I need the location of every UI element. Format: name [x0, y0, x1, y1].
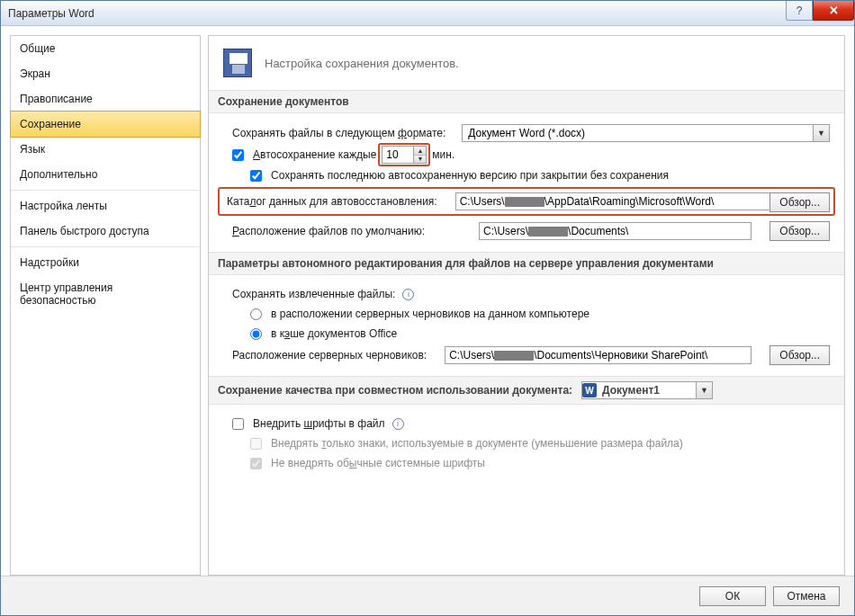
word-doc-icon: W — [582, 383, 597, 397]
section-offline: Параметры автономного редактирования для… — [209, 252, 844, 275]
autosave-interval-input[interactable] — [382, 147, 413, 163]
sharing-title: Сохранение качества при совместном испол… — [218, 384, 572, 397]
sidebar-item-qat[interactable]: Панель быстрого доступа — [11, 219, 200, 244]
no-common-fonts-checkbox — [250, 458, 262, 469]
sidebar-item-ribbon[interactable]: Настройка ленты — [11, 193, 200, 219]
window-title: Параметры Word — [8, 7, 94, 20]
browse-recover-button[interactable]: Обзор... — [770, 192, 830, 212]
options-dialog: Параметры Word ? ✕ Общие Экран Правописа… — [0, 0, 855, 616]
category-sidebar: Общие Экран Правописание Сохранение Язык… — [10, 35, 201, 576]
chevron-down-icon[interactable]: ▼ — [696, 382, 712, 398]
sidebar-item-proofing[interactable]: Правописание — [11, 86, 200, 112]
default-loc-label: Расположение файлов по умолчанию: — [232, 225, 425, 237]
cancel-button[interactable]: Отмена — [773, 586, 840, 606]
drafts-label: Расположение серверных черновиков: — [232, 349, 427, 362]
autosave-unit: мин. — [432, 148, 454, 161]
keeplast-checkbox[interactable] — [250, 170, 262, 182]
format-combo[interactable]: Документ Word (*.docx) ▼ — [462, 124, 830, 142]
opt-cache-label: в кэше документов Office — [271, 327, 397, 340]
sidebar-separator — [11, 190, 200, 191]
embed-only-used-label: Внедрять только знаки, используемые в до… — [271, 437, 683, 450]
sidebar-separator — [11, 246, 200, 247]
info-icon[interactable]: i — [392, 418, 404, 430]
ok-button[interactable]: ОК — [699, 586, 766, 606]
titlebar-buttons: ? ✕ — [786, 1, 854, 21]
autosave-checkbox[interactable] — [232, 149, 244, 161]
format-label: Сохранять файлы в следующем формате: — [232, 127, 446, 139]
sharing-doc-value: Документ1 — [597, 384, 696, 397]
sharing-doc-combo[interactable]: W Документ1 ▼ — [581, 381, 713, 399]
spin-up-icon[interactable]: ▲ — [414, 147, 426, 156]
sidebar-item-language[interactable]: Язык — [11, 137, 200, 162]
format-value: Документ Word (*.docx) — [463, 127, 813, 139]
titlebar: Параметры Word ? ✕ — [1, 1, 854, 26]
opt-server-label: в расположении серверных черновиков на д… — [271, 308, 590, 320]
browse-default-button[interactable]: Обзор... — [770, 221, 830, 241]
sidebar-item-addins[interactable]: Надстройки — [11, 250, 200, 275]
default-path-input[interactable]: C:\Users\\Documents\ — [479, 222, 752, 240]
drafts-path-input[interactable]: C:\Users\\Documents\Черновики SharePoint… — [445, 346, 752, 364]
close-button[interactable]: ✕ — [813, 1, 854, 21]
highlight-recover-row: Каталог данных для автовосстановления: C… — [218, 187, 835, 216]
dialog-footer: ОК Отмена — [1, 576, 854, 615]
opt-server-radio[interactable] — [250, 308, 262, 320]
save-icon — [223, 49, 252, 77]
section-sharing: Сохранение качества при совместном испол… — [209, 376, 844, 405]
chevron-down-icon[interactable]: ▼ — [813, 125, 829, 141]
autosave-label: Автосохранение каждые — [253, 148, 376, 161]
browse-drafts-button[interactable]: Обзор... — [770, 345, 830, 365]
help-button[interactable]: ? — [786, 1, 813, 21]
content-panel: Настройка сохранения документов. Сохране… — [208, 35, 845, 576]
sidebar-item-save[interactable]: Сохранение — [10, 111, 201, 138]
recover-label: Каталог данных для автовосстановления: — [227, 195, 437, 208]
embed-fonts-label: Внедрить шрифты в файл — [253, 417, 385, 430]
sidebar-item-trust[interactable]: Центр управления безопасностью — [11, 275, 200, 313]
opt-cache-radio[interactable] — [250, 328, 262, 340]
page-header: Настройка сохранения документов. — [265, 57, 459, 70]
sidebar-item-display[interactable]: Экран — [11, 61, 200, 86]
autosave-interval-spinner[interactable]: ▲▼ — [382, 146, 427, 164]
checkedout-label: Сохранять извлеченные файлы: — [232, 288, 395, 300]
no-common-fonts-label: Не внедрять обычные системные шрифты — [271, 457, 485, 469]
spin-down-icon[interactable]: ▼ — [414, 156, 426, 164]
embed-only-used-checkbox — [250, 438, 262, 450]
highlight-interval: ▲▼ — [378, 143, 430, 166]
embed-fonts-checkbox[interactable] — [232, 418, 244, 430]
info-icon[interactable]: i — [402, 289, 414, 300]
sidebar-item-advanced[interactable]: Дополнительно — [11, 162, 200, 187]
sidebar-item-general[interactable]: Общие — [11, 36, 200, 61]
section-save-documents: Сохранение документов — [209, 90, 844, 113]
keeplast-label: Сохранять последнюю автосохраненную верс… — [271, 169, 669, 182]
